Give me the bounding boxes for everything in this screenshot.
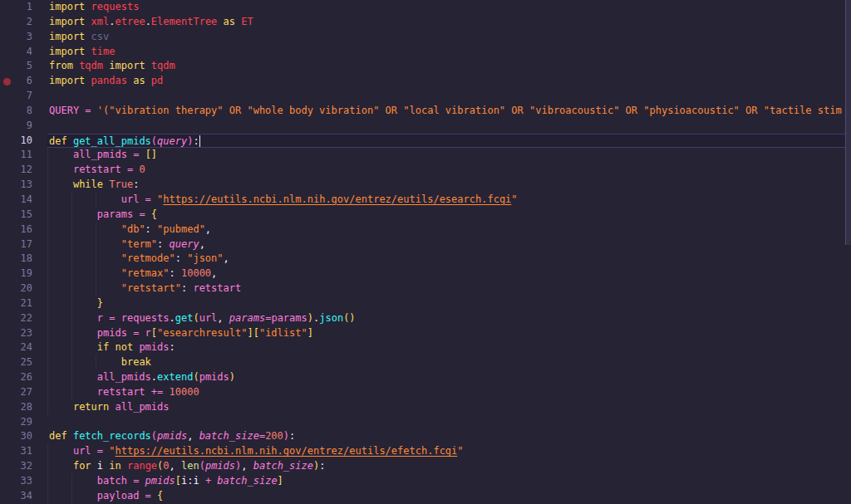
breakpoint-gutter[interactable] bbox=[0, 355, 15, 370]
line-number[interactable]: 32 bbox=[15, 459, 32, 474]
breakpoint-gutter[interactable] bbox=[0, 326, 15, 341]
code-line[interactable]: 12 retstart = 0 bbox=[0, 163, 851, 178]
line-content[interactable]: payload = { bbox=[47, 489, 845, 504]
code-line[interactable]: 2import xml.etree.ElementTree as ET bbox=[0, 15, 851, 30]
breakpoint-gutter[interactable] bbox=[0, 444, 15, 459]
line-content[interactable]: all_pmids = [] bbox=[47, 148, 845, 163]
code-line[interactable]: 20 "retstart": retstart bbox=[0, 281, 851, 296]
line-number[interactable]: 2 bbox=[15, 15, 32, 30]
line-content[interactable]: QUERY = '("vibration therapy" OR "whole … bbox=[47, 104, 845, 119]
breakpoint-gutter[interactable] bbox=[0, 296, 15, 311]
breakpoint-gutter[interactable] bbox=[0, 104, 15, 119]
line-number[interactable]: 15 bbox=[15, 208, 32, 223]
line-content[interactable]: batch = pmids[i:i + batch_size] bbox=[47, 474, 845, 489]
breakpoint-gutter[interactable] bbox=[0, 74, 15, 89]
line-content[interactable]: break bbox=[47, 355, 845, 370]
line-number[interactable]: 4 bbox=[15, 45, 32, 60]
line-number[interactable]: 29 bbox=[15, 415, 32, 430]
code-line[interactable]: 23 pmids = r["esearchresult"]["idlist"] bbox=[0, 326, 851, 341]
line-number[interactable]: 3 bbox=[15, 30, 32, 45]
breakpoint-gutter[interactable] bbox=[0, 59, 15, 74]
line-number[interactable]: 19 bbox=[15, 267, 32, 281]
line-content[interactable]: def fetch_records(pmids, batch_size=200)… bbox=[47, 429, 845, 444]
line-content[interactable]: "db": "pubmed", bbox=[47, 223, 845, 237]
line-content[interactable]: import csv bbox=[47, 30, 845, 45]
line-number[interactable]: 31 bbox=[15, 444, 32, 459]
breakpoint-gutter[interactable] bbox=[0, 148, 15, 163]
line-content[interactable]: } bbox=[47, 296, 845, 311]
line-number[interactable]: 18 bbox=[15, 252, 32, 267]
code-line[interactable]: 24 if not pmids: bbox=[0, 340, 851, 355]
line-content[interactable]: if not pmids: bbox=[47, 340, 845, 355]
line-number[interactable]: 16 bbox=[15, 223, 32, 237]
line-content[interactable]: "retmax": 10000, bbox=[47, 267, 845, 281]
code-line[interactable]: 19 "retmax": 10000, bbox=[0, 267, 851, 281]
code-line[interactable]: 9 bbox=[0, 119, 851, 134]
scrollbar-thumb[interactable] bbox=[845, 0, 851, 245]
line-content[interactable] bbox=[47, 89, 845, 104]
breakpoint-gutter[interactable] bbox=[0, 385, 15, 400]
line-content[interactable]: import pandas as pd bbox=[47, 74, 845, 89]
line-number[interactable]: 1 bbox=[15, 0, 32, 15]
line-number[interactable]: 17 bbox=[15, 237, 32, 252]
breakpoint-gutter[interactable] bbox=[0, 311, 15, 326]
line-content[interactable]: "retmode": "json", bbox=[47, 252, 845, 267]
line-number[interactable]: 11 bbox=[15, 148, 32, 163]
code-line[interactable]: 32 for i in range(0, len(pmids), batch_s… bbox=[0, 459, 851, 474]
breakpoint-gutter[interactable] bbox=[0, 281, 15, 296]
line-number[interactable]: 26 bbox=[15, 370, 32, 385]
line-content[interactable]: import requests bbox=[47, 0, 845, 15]
code-editor[interactable]: 1import requests2import xml.etree.Elemen… bbox=[0, 0, 851, 504]
code-line[interactable]: 5from tqdm import tqdm bbox=[0, 59, 851, 74]
line-number[interactable]: 23 bbox=[15, 326, 32, 341]
line-number[interactable]: 24 bbox=[15, 340, 32, 355]
line-content[interactable]: import xml.etree.ElementTree as ET bbox=[47, 15, 845, 30]
code-line[interactable]: 22 r = requests.get(url, params=params).… bbox=[0, 311, 851, 326]
line-content[interactable]: while True: bbox=[47, 178, 845, 193]
line-number[interactable]: 30 bbox=[15, 429, 32, 444]
breakpoint-gutter[interactable] bbox=[0, 400, 15, 415]
line-number[interactable]: 33 bbox=[15, 474, 32, 489]
line-content[interactable]: for i in range(0, len(pmids), batch_size… bbox=[47, 459, 845, 474]
line-content[interactable]: r = requests.get(url, params=params).jso… bbox=[47, 311, 845, 326]
breakpoint-gutter[interactable] bbox=[0, 134, 15, 149]
line-number[interactable]: 22 bbox=[15, 311, 32, 326]
code-line[interactable]: 33 batch = pmids[i:i + batch_size] bbox=[0, 474, 851, 489]
line-number[interactable]: 12 bbox=[15, 163, 32, 178]
line-content[interactable]: "term": query, bbox=[47, 237, 845, 252]
code-line[interactable]: 7 bbox=[0, 89, 851, 104]
line-content[interactable]: retstart += 10000 bbox=[47, 385, 845, 400]
line-number[interactable]: 25 bbox=[15, 355, 32, 370]
code-line[interactable]: 16 "db": "pubmed", bbox=[0, 223, 851, 237]
breakpoint-gutter[interactable] bbox=[0, 370, 15, 385]
code-line[interactable]: 21 } bbox=[0, 296, 851, 311]
line-content[interactable]: def get_all_pmids(query): bbox=[47, 134, 845, 149]
code-line[interactable]: 31 url = "https://eutils.ncbi.nlm.nih.go… bbox=[0, 444, 851, 459]
breakpoint-gutter[interactable] bbox=[0, 237, 15, 252]
line-number[interactable]: 6 bbox=[15, 74, 32, 89]
line-number[interactable]: 14 bbox=[15, 193, 32, 208]
breakpoint-gutter[interactable] bbox=[0, 0, 15, 15]
line-content[interactable]: all_pmids.extend(pmids) bbox=[47, 370, 845, 385]
breakpoint-gutter[interactable] bbox=[0, 193, 15, 208]
code-line[interactable]: 34 payload = { bbox=[0, 489, 851, 504]
line-number[interactable]: 9 bbox=[15, 119, 32, 134]
line-number[interactable]: 10 bbox=[15, 134, 32, 149]
breakpoint-gutter[interactable] bbox=[0, 459, 15, 474]
breakpoint-gutter[interactable] bbox=[0, 30, 15, 45]
line-content[interactable] bbox=[47, 415, 845, 430]
line-number[interactable]: 21 bbox=[15, 296, 32, 311]
line-number[interactable]: 20 bbox=[15, 281, 32, 296]
breakpoint-icon[interactable] bbox=[3, 78, 11, 86]
breakpoint-gutter[interactable] bbox=[0, 208, 15, 223]
code-line[interactable]: 15 params = { bbox=[0, 208, 851, 223]
line-content[interactable]: retstart = 0 bbox=[47, 163, 845, 178]
code-line[interactable]: 4import time bbox=[0, 45, 851, 60]
line-content[interactable]: pmids = r["esearchresult"]["idlist"] bbox=[47, 326, 845, 341]
breakpoint-gutter[interactable] bbox=[0, 223, 15, 237]
code-line[interactable]: 29 bbox=[0, 415, 851, 430]
breakpoint-gutter[interactable] bbox=[0, 89, 15, 104]
code-line[interactable]: 3import csv bbox=[0, 30, 851, 45]
breakpoint-gutter[interactable] bbox=[0, 340, 15, 355]
code-line[interactable]: 25 break bbox=[0, 355, 851, 370]
